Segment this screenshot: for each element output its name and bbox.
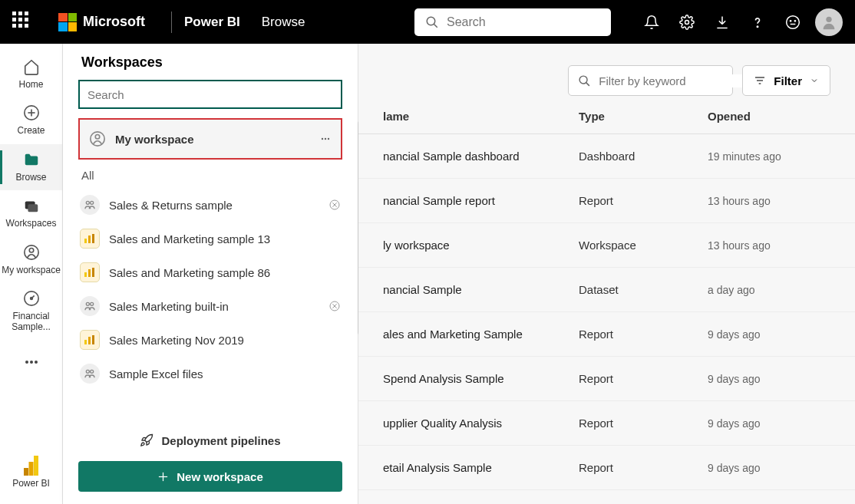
search-input[interactable] (447, 15, 600, 29)
cell-opened: 19 minutes ago (708, 150, 830, 163)
workspace-item[interactable]: Sales and Marketing sample 13 (72, 222, 348, 255)
premium-icon (328, 300, 341, 312)
home-icon (22, 58, 41, 76)
settings-icon[interactable] (669, 5, 705, 40)
cell-type: Dataset (579, 283, 708, 296)
cell-type: Workspace (579, 239, 708, 252)
cell-name: nancial Sample report (383, 194, 579, 207)
people-icon (80, 195, 100, 215)
workspace-my-workspace[interactable]: My workspace (78, 118, 342, 160)
table-row[interactable]: Spend Analysis SampleReport9 days ago (358, 357, 855, 401)
nav-financial-sample[interactable]: Financial Sample... (0, 283, 62, 341)
table-row[interactable]: nancial SampleDataseta day ago (358, 268, 855, 312)
table-row[interactable]: upplier Quality AnalysisReport9 days ago (358, 401, 855, 446)
nav-power-bi[interactable]: Power BI (0, 450, 62, 496)
app-icon (80, 262, 100, 282)
grid-header: lame Type Opened (358, 110, 855, 134)
cell-name: nancial Sample dashboard (383, 150, 579, 163)
svg-rect-12 (28, 204, 38, 212)
workspace-item[interactable]: Sales & Returns sample (72, 188, 348, 222)
help-icon[interactable] (740, 5, 775, 40)
app-icon (80, 229, 100, 249)
workspace-search[interactable] (78, 80, 342, 109)
workspace-item[interactable]: Sales and Marketing sample 86 (72, 255, 348, 289)
cell-name: ales and Marketing Sample (383, 328, 579, 341)
nav-rail: Home Create Browse Workspaces My workspa… (0, 44, 63, 504)
workspace-item[interactable]: Sales Marketing Nov 2019 (72, 323, 348, 357)
notifications-icon[interactable] (634, 5, 669, 40)
svg-rect-33 (92, 234, 94, 243)
svg-point-38 (91, 302, 94, 305)
person-circle-icon (89, 130, 106, 147)
svg-point-3 (757, 26, 758, 27)
workspace-item[interactable]: Sample Excel files (72, 357, 348, 390)
workspace-item[interactable]: Sales Marketing built-in (72, 289, 348, 323)
plus-circle-icon (22, 104, 41, 122)
table-row[interactable]: ly workspaceWorkspace13 hours ago (358, 223, 855, 268)
svg-point-17 (25, 361, 28, 364)
col-type-header[interactable]: Type (579, 110, 708, 123)
search-icon (425, 15, 439, 29)
power-bi-icon (22, 456, 41, 475)
feedback-icon[interactable] (775, 5, 810, 40)
svg-rect-42 (92, 335, 94, 344)
new-workspace-button[interactable]: New workspace (78, 461, 342, 492)
workspace-item-label: Sales Marketing Nov 2019 (109, 334, 244, 347)
cell-type: Report (579, 417, 708, 430)
microsoft-logo: Microsoft (58, 13, 145, 31)
nav-create[interactable]: Create (0, 97, 62, 143)
app-launcher-icon[interactable] (12, 12, 34, 33)
svg-rect-22 (24, 468, 28, 476)
avatar[interactable] (815, 8, 843, 36)
nav-workspaces[interactable]: Workspaces (0, 190, 62, 236)
svg-rect-34 (84, 272, 87, 277)
workspaces-title: Workspaces (63, 54, 358, 80)
nav-my-workspace[interactable]: My workspace (0, 237, 62, 283)
svg-point-25 (322, 138, 323, 140)
cell-type: Report (579, 194, 708, 207)
org-name: Microsoft (83, 14, 145, 30)
col-opened-header[interactable]: Opened (708, 110, 830, 123)
deployment-pipelines-link[interactable]: Deployment pipelines (63, 423, 358, 461)
svg-point-26 (325, 138, 326, 140)
svg-point-0 (427, 17, 435, 25)
col-name-header[interactable]: lame (383, 110, 579, 123)
cell-name: upplier Quality Analysis (383, 417, 579, 430)
cell-type: Report (579, 372, 708, 385)
app-icon (80, 330, 100, 350)
workspace-item-label: Sales and Marketing sample 86 (109, 266, 270, 279)
svg-rect-41 (88, 337, 91, 344)
table-row[interactable]: nancial Sample dashboardDashboard19 minu… (358, 134, 855, 179)
nav-home[interactable]: Home (0, 51, 62, 97)
table-row[interactable]: ales and Marketing SampleReport9 days ag… (358, 312, 855, 357)
svg-point-14 (29, 248, 34, 252)
cell-opened: 9 days ago (708, 417, 830, 430)
folder-icon (22, 150, 41, 169)
filter-button[interactable]: Filter (742, 65, 830, 96)
workspace-search-input[interactable] (87, 88, 333, 101)
more-icon[interactable] (319, 137, 332, 140)
workspace-item-label: Sample Excel files (109, 367, 203, 380)
filter-keyword-input[interactable] (568, 65, 733, 96)
workspace-item-label: Sales & Returns sample (109, 199, 233, 212)
divider (171, 12, 172, 33)
download-icon[interactable] (705, 5, 740, 40)
content-area: Filter lame Type Opened nancial Sample d… (358, 44, 855, 504)
svg-rect-31 (84, 239, 87, 243)
content-toolbar: Filter (358, 65, 855, 110)
cell-name: Spend Analysis Sample (383, 372, 579, 385)
svg-point-24 (95, 135, 100, 140)
table-row[interactable]: nancial Sample reportReport13 hours ago (358, 179, 855, 223)
nav-more[interactable] (0, 341, 62, 387)
cell-opened: 9 days ago (708, 373, 830, 385)
nav-browse[interactable]: Browse (0, 144, 62, 190)
global-search[interactable] (414, 8, 611, 36)
rocket-icon (140, 433, 154, 447)
plus-icon (157, 471, 169, 483)
top-header: Microsoft Power BI Browse (0, 0, 855, 44)
table-row[interactable]: etail Analysis SampleReport9 days ago (358, 446, 855, 490)
product-name: Power BI (184, 15, 240, 30)
cell-opened: a day ago (708, 284, 830, 296)
cell-opened: 9 days ago (708, 462, 830, 474)
svg-line-1 (434, 24, 437, 28)
